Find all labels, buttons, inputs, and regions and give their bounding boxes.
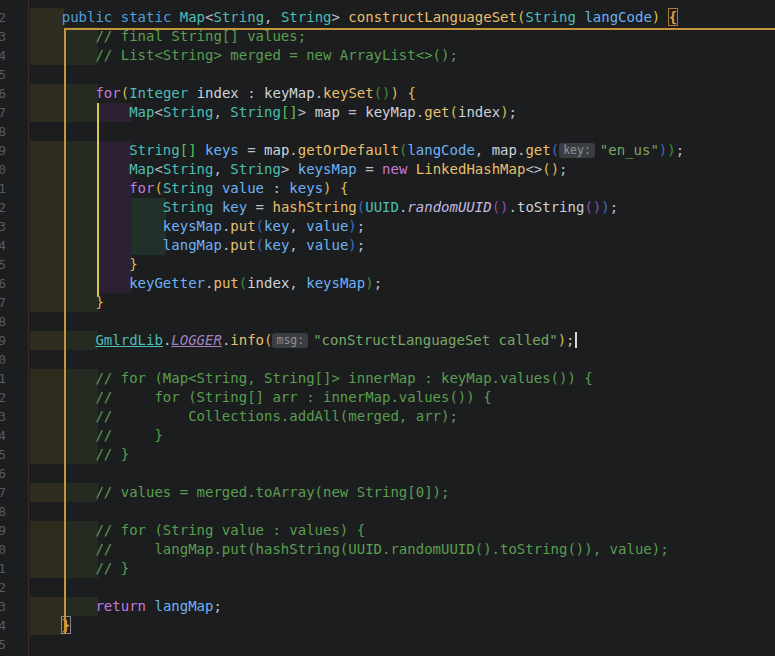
line-number[interactable]: 46 <box>0 84 6 103</box>
code-token: ; <box>676 142 684 158</box>
code-token: // Collections.addAll(merged, arr); <box>95 408 457 424</box>
code-token: ( <box>357 199 365 215</box>
code-token: <> <box>525 161 542 177</box>
line-number[interactable]: 63 <box>0 407 6 426</box>
line-number[interactable]: 43 <box>0 27 6 46</box>
code-line[interactable]: 69 // for (String value : values) { <box>0 521 775 540</box>
matched-brace[interactable]: { <box>669 9 677 25</box>
code-token: ) <box>652 9 660 25</box>
line-number[interactable]: 75 <box>0 635 6 654</box>
code-line[interactable]: 56 keyGetter.put(index, keysMap); <box>0 274 775 293</box>
line-number[interactable]: 60 <box>0 350 6 369</box>
line-number[interactable]: 48 <box>0 122 6 141</box>
code-line[interactable]: 50 Map<String, String> keysMap = new Lin… <box>0 160 775 179</box>
code-token: { <box>340 180 348 196</box>
code-text: keysMap.put(key, value); <box>28 218 365 234</box>
code-token: hashString <box>272 199 356 215</box>
line-number[interactable]: 74 <box>0 616 6 635</box>
line-number[interactable]: 42 <box>0 8 6 27</box>
code-line[interactable]: 73 return langMap; <box>0 597 775 616</box>
line-number[interactable]: 66 <box>0 464 6 483</box>
code-line[interactable]: 44 // List<String> merged = new ArrayLis… <box>0 46 775 65</box>
code-token: toString <box>517 199 584 215</box>
code-token: LinkedHashMap <box>416 161 526 177</box>
line-number[interactable]: 53 <box>0 217 6 236</box>
code-line[interactable]: 63 // Collections.addAll(merged, arr); <box>0 407 775 426</box>
line-number[interactable]: 61 <box>0 369 6 388</box>
code-token: ( <box>239 275 247 291</box>
code-token: // for (String value : values) { <box>95 522 365 538</box>
line-number[interactable]: 44 <box>0 46 6 65</box>
line-number[interactable]: 47 <box>0 103 6 122</box>
code-line[interactable]: 42 public static Map<String, String> con… <box>0 8 775 27</box>
line-number[interactable]: 71 <box>0 559 6 578</box>
code-line[interactable]: 55 } <box>0 255 775 274</box>
line-number[interactable]: 45 <box>0 65 6 84</box>
code-token: () <box>584 199 601 215</box>
code-line[interactable]: 47 Map<String, String[]> map = keyMap.ge… <box>0 103 775 122</box>
code-line[interactable]: 52 String key = hashString(UUID.randomUU… <box>0 198 775 217</box>
parameter-name-hint[interactable]: key: <box>559 143 595 158</box>
code-token: get <box>525 142 550 158</box>
code-token: keyMap <box>365 104 416 120</box>
code-token: Map <box>129 161 154 177</box>
line-number[interactable]: 65 <box>0 445 6 464</box>
code-line[interactable]: 75 <box>0 635 775 654</box>
line-number[interactable]: 69 <box>0 521 6 540</box>
code-line[interactable]: 70 // langMap.put(hashString(UUID.random… <box>0 540 775 559</box>
code-token: ) <box>391 85 399 101</box>
parameter-name-hint[interactable]: msg: <box>272 333 308 348</box>
code-token: ) <box>500 104 508 120</box>
code-text: langMap.put(key, value); <box>28 237 365 253</box>
code-token <box>660 9 668 25</box>
code-token <box>213 199 221 215</box>
code-line[interactable]: 66 <box>0 464 775 483</box>
code-token: keysMap <box>163 218 222 234</box>
line-number[interactable]: 58 <box>0 312 6 331</box>
line-number[interactable]: 62 <box>0 388 6 407</box>
code-token: ) <box>558 332 566 348</box>
line-number[interactable]: 50 <box>0 160 6 179</box>
code-line[interactable]: 49 String[] keys = map.getOrDefault(lang… <box>0 141 775 160</box>
line-number[interactable]: 49 <box>0 141 6 160</box>
code-text: String[] keys = map.getOrDefault(langCod… <box>28 142 684 158</box>
code-line[interactable]: 64 // } <box>0 426 775 445</box>
code-token: ; <box>610 199 618 215</box>
code-line[interactable]: 61 // for (Map<String, String[]> innerMa… <box>0 369 775 388</box>
code-line[interactable]: 71 // } <box>0 559 775 578</box>
line-number[interactable]: 57 <box>0 293 6 312</box>
code-line[interactable]: 65 // } <box>0 445 775 464</box>
code-text: // values = merged.toArray(new String[0]… <box>28 484 449 500</box>
code-line[interactable]: 54 langMap.put(key, value); <box>0 236 775 255</box>
code-token: ( <box>154 180 162 196</box>
line-number[interactable]: 72 <box>0 578 6 597</box>
code-line[interactable]: 46 for(Integer index : keyMap.keySet()) … <box>0 84 775 103</box>
code-line[interactable]: 51 for(String value : keys) { <box>0 179 775 198</box>
code-token: keySet <box>323 85 374 101</box>
line-number[interactable]: 59 <box>0 331 6 350</box>
code-line[interactable]: 43 // final String[] values; <box>0 27 775 46</box>
line-number[interactable]: 64 <box>0 426 6 445</box>
code-line[interactable]: 62 // for (String[] arr : innerMap.value… <box>0 388 775 407</box>
matched-brace[interactable]: } <box>62 617 70 633</box>
code-line[interactable]: 57 } <box>0 293 775 312</box>
code-line[interactable]: 68 <box>0 502 775 521</box>
line-number[interactable]: 70 <box>0 540 6 559</box>
code-line[interactable]: 59 GmlrdLib.LOGGER.info(msg:"conStructLa… <box>0 331 775 350</box>
code-line[interactable]: 67 // values = merged.toArray(new String… <box>0 483 775 502</box>
line-number[interactable]: 56 <box>0 274 6 293</box>
code-line[interactable]: 45 <box>0 65 775 84</box>
line-number[interactable]: 68 <box>0 502 6 521</box>
code-line[interactable]: 60 <box>0 350 775 369</box>
code-line[interactable]: 58 <box>0 312 775 331</box>
code-line[interactable]: 74 } <box>0 616 775 635</box>
line-number[interactable]: 54 <box>0 236 6 255</box>
line-number[interactable]: 51 <box>0 179 6 198</box>
line-number[interactable]: 55 <box>0 255 6 274</box>
line-number[interactable]: 73 <box>0 597 6 616</box>
code-line[interactable]: 48 <box>0 122 775 141</box>
line-number[interactable]: 52 <box>0 198 6 217</box>
code-line[interactable]: 53 keysMap.put(key, value); <box>0 217 775 236</box>
line-number[interactable]: 67 <box>0 483 6 502</box>
code-line[interactable]: 72 <box>0 578 775 597</box>
